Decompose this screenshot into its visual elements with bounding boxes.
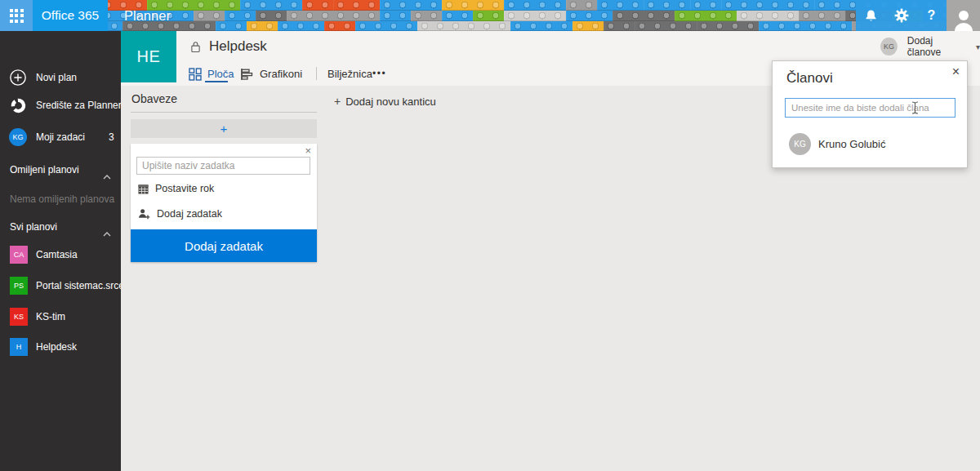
new-task-card: × Postavite rok Dodaj zadatak Dodaj zada…	[131, 144, 317, 262]
member-name: Kruno Golubić	[818, 138, 885, 150]
favorites-header-label: Omiljeni planovi	[10, 164, 79, 176]
assign-person-icon	[138, 208, 150, 220]
app-title: Planner	[124, 0, 171, 31]
new-plan-label: Novi plan	[36, 72, 77, 83]
my-tasks-count-badge: 3	[109, 131, 114, 143]
top-bar: Office 365 Planner	[0, 0, 980, 31]
tab-board[interactable]: Ploča	[189, 65, 234, 82]
text-cursor-icon	[911, 101, 920, 118]
plan-tile-ps: PS	[10, 277, 28, 295]
account-avatar-button[interactable]	[947, 0, 980, 31]
sidebar-plan-ks-tim[interactable]: KS KS-tim	[0, 308, 121, 326]
settings-button[interactable]	[886, 0, 916, 31]
plan-name: Helpdesk	[36, 341, 77, 353]
members-panel: Članovi × KG Kruno Golubić	[772, 60, 968, 168]
all-plans-section-header[interactable]: Svi planovi	[0, 221, 121, 234]
add-bucket-button[interactable]: + Dodaj novu kanticu	[334, 93, 436, 109]
close-icon[interactable]: ×	[952, 64, 960, 79]
plus-icon: +	[220, 122, 228, 136]
gear-icon	[894, 8, 909, 23]
waffle-icon	[10, 9, 24, 23]
add-task-submit-button[interactable]: Dodaj zadatak	[131, 229, 317, 262]
bell-icon	[864, 9, 878, 23]
add-members-dropdown[interactable]: Dodaj članove	[907, 35, 966, 58]
favorites-section-header[interactable]: Omiljeni planovi	[0, 164, 121, 177]
board-icon	[189, 68, 202, 81]
app-launcher-button[interactable]	[0, 0, 33, 31]
sidebar-item-planner-hub[interactable]: Središte za Planner	[0, 96, 121, 114]
chevron-up-icon	[103, 168, 111, 183]
office-365-home-link[interactable]: Office 365	[33, 0, 108, 31]
sidebar: Novi plan Središte za Planner KG Moji za…	[0, 31, 121, 471]
tab-notebook[interactable]: Bilježnica	[327, 65, 372, 82]
plan-tile-ca: CA	[10, 246, 28, 264]
planner-app: Office 365 Planner	[0, 0, 980, 471]
task-title-input[interactable]	[136, 157, 310, 175]
sidebar-plan-helpdesk[interactable]: H Helpdesk	[0, 338, 121, 356]
plan-tile-h: H	[10, 338, 28, 356]
favorites-empty-text: Nema omiljenih planova	[10, 193, 114, 205]
lock-icon	[190, 41, 201, 56]
add-card-button[interactable]: +	[131, 119, 317, 138]
sidebar-item-new-plan[interactable]: Novi plan	[0, 69, 121, 87]
bucket-divider	[131, 112, 317, 113]
assign-task-label: Dodaj zadatak	[157, 208, 222, 220]
member-list-item[interactable]: KG Kruno Golubić	[789, 133, 885, 155]
members-panel-title: Članovi	[786, 70, 833, 87]
active-tab-underline	[205, 81, 228, 82]
sidebar-plan-portal[interactable]: PS Portal sistemac.srce.hr	[0, 277, 121, 295]
planner-hub-icon	[9, 96, 27, 114]
sidebar-plan-camtasia[interactable]: CA Camtasia	[0, 246, 121, 264]
assign-task-button[interactable]: Dodaj zadatak	[138, 208, 222, 220]
header-members-area: KG Dodaj članove ▾	[880, 38, 980, 56]
tab-charts-label: Grafikoni	[260, 68, 302, 80]
charts-icon	[240, 68, 254, 81]
plan-initials-tile: HE	[121, 31, 176, 82]
question-mark-icon: ?	[928, 8, 936, 23]
tab-board-label: Ploča	[207, 68, 234, 80]
plan-name: Camtasia	[36, 249, 78, 260]
my-tasks-label: Moji zadaci	[36, 131, 85, 143]
member-avatar-badge[interactable]: KG	[880, 38, 898, 56]
tab-separator	[316, 67, 317, 80]
chevron-up-icon	[103, 225, 111, 240]
plan-name: KS-tim	[36, 311, 65, 322]
plus-circle-icon	[9, 69, 27, 87]
help-button[interactable]: ?	[916, 0, 947, 31]
set-due-date-label: Postavite rok	[155, 183, 214, 194]
caret-down-icon: ▾	[976, 42, 980, 51]
more-options-button[interactable]: •••	[372, 65, 386, 82]
all-plans-header-label: Svi planovi	[10, 221, 57, 233]
member-avatar: KG	[789, 133, 811, 155]
plus-icon: +	[334, 95, 341, 108]
my-tasks-avatar: KG	[9, 128, 27, 146]
set-due-date-button[interactable]: Postavite rok	[138, 183, 214, 194]
tab-notebook-label: Bilježnica	[327, 68, 372, 80]
brand-label: Office 365	[42, 8, 99, 23]
close-icon[interactable]: ×	[305, 145, 311, 157]
plan-tile-ks: KS	[10, 308, 28, 326]
notifications-button[interactable]	[856, 0, 886, 31]
planner-hub-label: Središte za Planner	[36, 100, 122, 111]
member-search-input[interactable]	[785, 98, 956, 118]
tab-charts[interactable]: Grafikoni	[240, 65, 302, 82]
plan-title: Helpdesk	[209, 37, 267, 56]
bucket-title: Obaveze	[131, 92, 177, 105]
person-silhouette-icon	[954, 8, 973, 31]
sidebar-item-my-tasks[interactable]: KG Moji zadaci 3	[0, 128, 121, 146]
add-bucket-label: Dodaj novu kanticu	[345, 96, 436, 108]
calendar-icon	[138, 184, 149, 194]
